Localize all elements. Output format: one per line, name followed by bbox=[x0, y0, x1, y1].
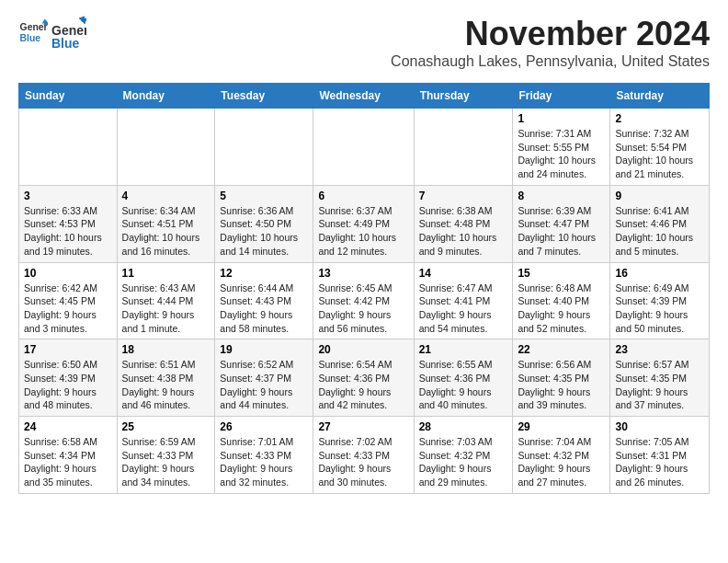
day-info: Sunrise: 6:43 AMSunset: 4:44 PMDaylight:… bbox=[122, 282, 210, 336]
calendar-table: SundayMondayTuesdayWednesdayThursdayFrid… bbox=[18, 83, 710, 494]
calendar-cell: 6Sunrise: 6:37 AMSunset: 4:49 PMDaylight… bbox=[313, 185, 414, 262]
day-number: 16 bbox=[615, 267, 704, 280]
svg-text:Blue: Blue bbox=[20, 33, 41, 43]
day-info: Sunrise: 6:49 AMSunset: 4:39 PMDaylight:… bbox=[615, 282, 704, 336]
day-info: Sunrise: 7:31 AMSunset: 5:55 PMDaylight:… bbox=[518, 127, 605, 181]
day-info: Sunrise: 6:59 AMSunset: 4:33 PMDaylight:… bbox=[122, 435, 210, 489]
day-number: 9 bbox=[615, 190, 704, 202]
calendar-cell bbox=[215, 109, 313, 186]
day-number: 11 bbox=[122, 267, 210, 280]
day-number: 22 bbox=[518, 343, 605, 356]
calendar-cell: 5Sunrise: 6:36 AMSunset: 4:50 PMDaylight… bbox=[215, 185, 313, 262]
location-subtitle: Conashaugh Lakes, Pennsylvania, United S… bbox=[391, 53, 710, 70]
calendar-cell: 9Sunrise: 6:41 AMSunset: 4:46 PMDaylight… bbox=[610, 185, 710, 262]
weekday-header-saturday: Saturday bbox=[610, 84, 710, 109]
day-info: Sunrise: 7:01 AMSunset: 4:33 PMDaylight:… bbox=[220, 435, 308, 489]
calendar-cell: 26Sunrise: 7:01 AMSunset: 4:33 PMDayligh… bbox=[215, 417, 313, 494]
calendar-week-row: 1Sunrise: 7:31 AMSunset: 5:55 PMDaylight… bbox=[19, 109, 710, 186]
day-info: Sunrise: 6:39 AMSunset: 4:47 PMDaylight:… bbox=[518, 204, 605, 259]
day-number: 28 bbox=[419, 420, 508, 433]
calendar-cell: 27Sunrise: 7:02 AMSunset: 4:33 PMDayligh… bbox=[313, 417, 414, 494]
day-number: 6 bbox=[318, 190, 408, 202]
day-number: 27 bbox=[318, 420, 408, 433]
day-info: Sunrise: 6:45 AMSunset: 4:42 PMDaylight:… bbox=[318, 282, 408, 336]
day-number: 20 bbox=[318, 343, 408, 356]
calendar-cell: 4Sunrise: 6:34 AMSunset: 4:51 PMDaylight… bbox=[117, 185, 215, 262]
calendar-cell: 19Sunrise: 6:52 AMSunset: 4:37 PMDayligh… bbox=[215, 339, 313, 417]
day-info: Sunrise: 6:56 AMSunset: 4:35 PMDaylight:… bbox=[518, 358, 605, 412]
title-area: November 2024 Conashaugh Lakes, Pennsylv… bbox=[391, 15, 710, 77]
calendar-body: 1Sunrise: 7:31 AMSunset: 5:55 PMDaylight… bbox=[19, 109, 710, 494]
day-info: Sunrise: 6:54 AMSunset: 4:36 PMDaylight:… bbox=[318, 358, 408, 412]
day-number: 17 bbox=[24, 343, 112, 356]
month-year-title: November 2024 bbox=[391, 15, 710, 53]
day-number: 10 bbox=[24, 267, 112, 280]
day-info: Sunrise: 6:57 AMSunset: 4:35 PMDaylight:… bbox=[615, 358, 704, 412]
day-info: Sunrise: 6:55 AMSunset: 4:36 PMDaylight:… bbox=[419, 358, 508, 412]
day-number: 8 bbox=[518, 190, 605, 202]
calendar-week-row: 24Sunrise: 6:58 AMSunset: 4:34 PMDayligh… bbox=[19, 417, 710, 494]
calendar-cell: 11Sunrise: 6:43 AMSunset: 4:44 PMDayligh… bbox=[117, 262, 215, 339]
calendar-week-row: 3Sunrise: 6:33 AMSunset: 4:53 PMDaylight… bbox=[19, 185, 710, 262]
calendar-cell bbox=[313, 109, 414, 186]
calendar-cell: 25Sunrise: 6:59 AMSunset: 4:33 PMDayligh… bbox=[117, 417, 215, 494]
calendar-cell: 14Sunrise: 6:47 AMSunset: 4:41 PMDayligh… bbox=[414, 262, 513, 339]
day-info: Sunrise: 6:37 AMSunset: 4:49 PMDaylight:… bbox=[318, 204, 408, 259]
weekday-header-tuesday: Tuesday bbox=[215, 84, 313, 109]
calendar-cell: 1Sunrise: 7:31 AMSunset: 5:55 PMDaylight… bbox=[513, 109, 610, 186]
day-info: Sunrise: 7:32 AMSunset: 5:54 PMDaylight:… bbox=[615, 127, 704, 181]
calendar-cell bbox=[19, 109, 118, 186]
day-number: 30 bbox=[615, 420, 704, 433]
day-number: 23 bbox=[615, 343, 704, 356]
calendar-cell: 23Sunrise: 6:57 AMSunset: 4:35 PMDayligh… bbox=[610, 339, 710, 417]
day-info: Sunrise: 6:36 AMSunset: 4:50 PMDaylight:… bbox=[220, 204, 308, 259]
calendar-week-row: 17Sunrise: 6:50 AMSunset: 4:39 PMDayligh… bbox=[19, 339, 710, 417]
calendar-cell: 16Sunrise: 6:49 AMSunset: 4:39 PMDayligh… bbox=[610, 262, 710, 339]
day-info: Sunrise: 6:38 AMSunset: 4:48 PMDaylight:… bbox=[419, 204, 508, 259]
calendar-cell: 22Sunrise: 6:56 AMSunset: 4:35 PMDayligh… bbox=[513, 339, 610, 417]
calendar-cell: 30Sunrise: 7:05 AMSunset: 4:31 PMDayligh… bbox=[610, 417, 710, 494]
svg-text:Blue: Blue bbox=[51, 36, 80, 50]
day-number: 18 bbox=[122, 343, 210, 356]
calendar-cell: 12Sunrise: 6:44 AMSunset: 4:43 PMDayligh… bbox=[215, 262, 313, 339]
day-number: 2 bbox=[615, 112, 704, 125]
day-number: 14 bbox=[419, 267, 508, 280]
calendar-cell bbox=[117, 109, 215, 186]
calendar-cell: 17Sunrise: 6:50 AMSunset: 4:39 PMDayligh… bbox=[19, 339, 118, 417]
day-info: Sunrise: 6:41 AMSunset: 4:46 PMDaylight:… bbox=[615, 204, 704, 259]
day-number: 13 bbox=[318, 267, 408, 280]
day-info: Sunrise: 6:33 AMSunset: 4:53 PMDaylight:… bbox=[24, 204, 112, 259]
calendar-cell: 21Sunrise: 6:55 AMSunset: 4:36 PMDayligh… bbox=[414, 339, 513, 417]
calendar-cell: 15Sunrise: 6:48 AMSunset: 4:40 PMDayligh… bbox=[513, 262, 610, 339]
day-info: Sunrise: 6:44 AMSunset: 4:43 PMDaylight:… bbox=[220, 282, 308, 336]
calendar-cell: 13Sunrise: 6:45 AMSunset: 4:42 PMDayligh… bbox=[313, 262, 414, 339]
calendar-cell: 3Sunrise: 6:33 AMSunset: 4:53 PMDaylight… bbox=[19, 185, 118, 262]
weekday-header-monday: Monday bbox=[117, 84, 215, 109]
day-info: Sunrise: 6:52 AMSunset: 4:37 PMDaylight:… bbox=[220, 358, 308, 412]
day-number: 7 bbox=[419, 190, 508, 202]
calendar-header-row: SundayMondayTuesdayWednesdayThursdayFrid… bbox=[19, 84, 710, 109]
day-number: 15 bbox=[518, 267, 605, 280]
calendar-cell: 29Sunrise: 7:04 AMSunset: 4:32 PMDayligh… bbox=[513, 417, 610, 494]
calendar-cell: 24Sunrise: 6:58 AMSunset: 4:34 PMDayligh… bbox=[19, 417, 118, 494]
day-info: Sunrise: 7:05 AMSunset: 4:31 PMDaylight:… bbox=[615, 435, 704, 489]
day-info: Sunrise: 6:51 AMSunset: 4:38 PMDaylight:… bbox=[122, 358, 210, 412]
day-info: Sunrise: 6:48 AMSunset: 4:40 PMDaylight:… bbox=[518, 282, 605, 336]
day-number: 4 bbox=[122, 190, 210, 202]
weekday-header-friday: Friday bbox=[513, 84, 610, 109]
calendar-cell: 18Sunrise: 6:51 AMSunset: 4:38 PMDayligh… bbox=[117, 339, 215, 417]
day-info: Sunrise: 6:34 AMSunset: 4:51 PMDaylight:… bbox=[122, 204, 210, 259]
day-number: 5 bbox=[220, 190, 308, 202]
weekday-header-sunday: Sunday bbox=[19, 84, 118, 109]
day-number: 25 bbox=[122, 420, 210, 433]
calendar-cell: 7Sunrise: 6:38 AMSunset: 4:48 PMDaylight… bbox=[414, 185, 513, 262]
day-number: 29 bbox=[518, 420, 605, 433]
day-info: Sunrise: 6:42 AMSunset: 4:45 PMDaylight:… bbox=[24, 282, 112, 336]
svg-text:General: General bbox=[20, 22, 48, 32]
day-info: Sunrise: 6:47 AMSunset: 4:41 PMDaylight:… bbox=[419, 282, 508, 336]
day-number: 1 bbox=[518, 112, 605, 125]
day-number: 3 bbox=[24, 190, 112, 202]
calendar-cell bbox=[414, 109, 513, 186]
weekday-header-thursday: Thursday bbox=[414, 84, 513, 109]
day-number: 24 bbox=[24, 420, 112, 433]
